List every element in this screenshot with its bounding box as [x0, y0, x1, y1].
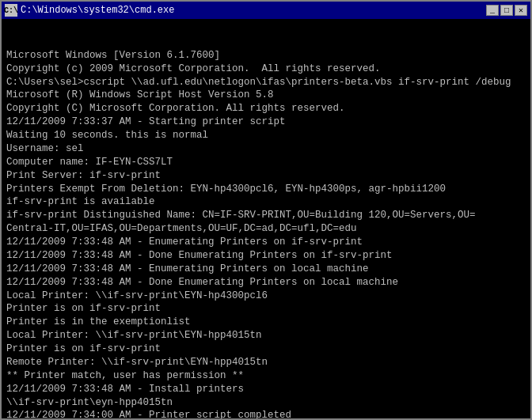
console-line: \\if-srv-print\eyn-hpp4015tn [6, 396, 526, 410]
title-bar-controls: _ □ ✕ [486, 5, 527, 16]
console-line: 12/11/2009 7:33:48 AM - Done Enumerating… [6, 276, 526, 289]
console-line: if-srv-print is available [6, 195, 526, 209]
console-line: 12/11/2009 7:33:37 AM - Starting printer… [6, 115, 526, 129]
console-line: 12/11/2009 7:33:48 AM - Enumerating Prin… [6, 236, 526, 249]
console-line: Remote Printer: \\if-srv-print\EYN-hpp40… [6, 356, 526, 369]
console-line: Printer is in the exemptionlist [6, 316, 526, 329]
console-output: Microsoft Windows [Version 6.1.7600]Copy… [2, 19, 530, 418]
console-line: Waiting 10 seconds. this is normal [6, 129, 526, 142]
console-line: Printers Exempt From Deletion: EYN-hp430… [6, 183, 526, 196]
console-line: Local Printer: \\if-srv-print\EYN-hpp401… [6, 329, 526, 342]
console-line: if-srv-print Distinguished Name: CN=IF-S… [6, 209, 526, 222]
title-bar: C:\ C:\Windows\system32\cmd.exe _ □ ✕ [2, 2, 530, 19]
console-line: ** Printer match, user has permission ** [6, 369, 526, 383]
title-bar-left: C:\ C:\Windows\system32\cmd.exe [5, 4, 174, 17]
console-line: Copyright (c) 2009 Microsoft Corporation… [6, 62, 526, 76]
close-button[interactable]: ✕ [515, 5, 527, 16]
console-line: Computer name: IF-EYN-CSS7LT [6, 156, 526, 169]
console-line: Central-IT,OU=IFAS,OU=Departments,OU=UF,… [6, 222, 526, 236]
console-line: 12/11/2009 7:33:48 AM - Enumerating Prin… [6, 263, 526, 276]
console-line: Local Printer: \\if-srv-print\EYN-hp4300… [6, 289, 526, 303]
console-line: C:\Users\sel>cscript \\ad.ufl.edu\netlog… [6, 76, 526, 89]
console-line: 12/11/2009 7:34:00 AM - Printer script c… [6, 409, 526, 418]
console-line: Microsoft Windows [Version 6.1.7600] [6, 49, 526, 62]
console-line: Printer is on if-srv-print [6, 342, 526, 356]
cmd-window: C:\ C:\Windows\system32\cmd.exe _ □ ✕ Mi… [0, 0, 532, 420]
console-line: Copyright (C) Microsoft Corporation. All… [6, 102, 526, 115]
window-title: C:\Windows\system32\cmd.exe [21, 5, 174, 16]
minimize-button[interactable]: _ [486, 5, 499, 16]
console-line: Username: sel [6, 142, 526, 156]
maximize-button[interactable]: □ [500, 5, 513, 16]
cmd-icon: C:\ [5, 4, 17, 17]
console-line: 12/11/2009 7:33:48 AM - Done Enumerating… [6, 249, 526, 263]
console-line: 12/11/2009 7:33:48 AM - Install printers [6, 383, 526, 396]
console-line: Printer is on if-srv-print [6, 302, 526, 316]
console-line: Print Server: if-srv-print [6, 169, 526, 183]
console-line: Microsoft (R) Windows Script Host Versio… [6, 89, 526, 102]
